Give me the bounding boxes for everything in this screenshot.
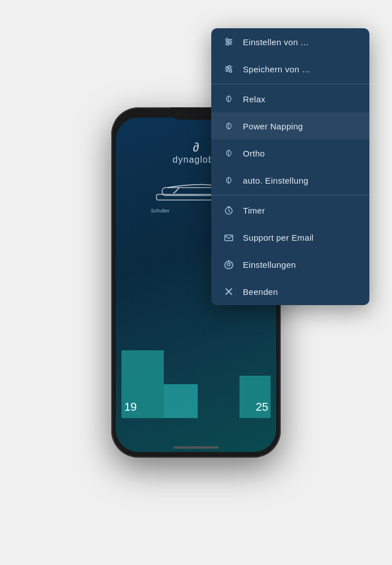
menu-label-auto: auto. Einstellung [243,176,358,185]
menu-item-power-napping[interactable]: Power Napping [211,112,369,140]
menu-label-ortho: Ortho [243,149,358,158]
svg-point-13 [226,68,228,70]
divider-1 [211,84,369,84]
menu-item-einstellen[interactable]: Einstellen von … [211,28,369,55]
timer-icon [223,204,235,216]
menu-item-speichern[interactable]: Speichern von … [211,55,369,82]
email-icon [223,231,235,244]
dynaglobe-icon-auto [223,174,235,186]
dynaglobe-icon-power-napping [223,120,235,132]
sliders-icon-1 [223,36,235,48]
menu-item-ortho[interactable]: Ortho [211,140,369,167]
close-icon [223,285,235,298]
svg-point-8 [227,43,229,45]
menu-item-timer[interactable]: Timer [211,197,369,224]
gear-icon [223,258,235,271]
menu-label-relax: Relax [243,94,358,104]
menu-item-einstellungen[interactable]: Einstellungen [211,251,369,278]
menu-label-beenden: Beenden [243,287,358,297]
home-indicator [173,446,219,449]
teal-block-2 [164,384,198,418]
menu-label-timer: Timer [243,206,358,215]
svg-point-6 [226,38,228,41]
bed-label-left: Schulter [151,208,169,214]
number-19: 19 [124,401,137,414]
menu-label-power-napping: Power Napping [243,121,358,131]
svg-point-12 [228,66,230,68]
menu-label-einstellen: Einstellen von … [243,37,358,47]
dynaglobe-icon-ortho [223,147,235,159]
menu-item-support-email[interactable]: Support per Email [211,224,369,251]
number-25: 25 [256,401,268,414]
svg-rect-16 [225,235,233,241]
svg-point-7 [229,41,231,43]
dynaglobe-icon-relax [223,93,235,105]
menu-label-support-email: Support per Email [243,233,358,242]
menu-item-beenden[interactable]: Beenden [211,278,369,305]
menu-item-auto-einstellung[interactable]: auto. Einstellung [211,167,369,194]
scene: ∂ dynaglobe Schulter Bec [0,0,392,565]
svg-point-14 [229,70,232,72]
menu-item-relax[interactable]: Relax [211,85,369,112]
menu-label-speichern: Speichern von … [243,64,358,74]
sliders-icon-2 [223,63,235,75]
svg-point-17 [228,263,230,266]
divider-2 [211,195,369,195]
menu-label-einstellungen: Einstellungen [243,260,358,270]
dropdown-menu: Einstellen von … Speichern von … [211,28,369,305]
